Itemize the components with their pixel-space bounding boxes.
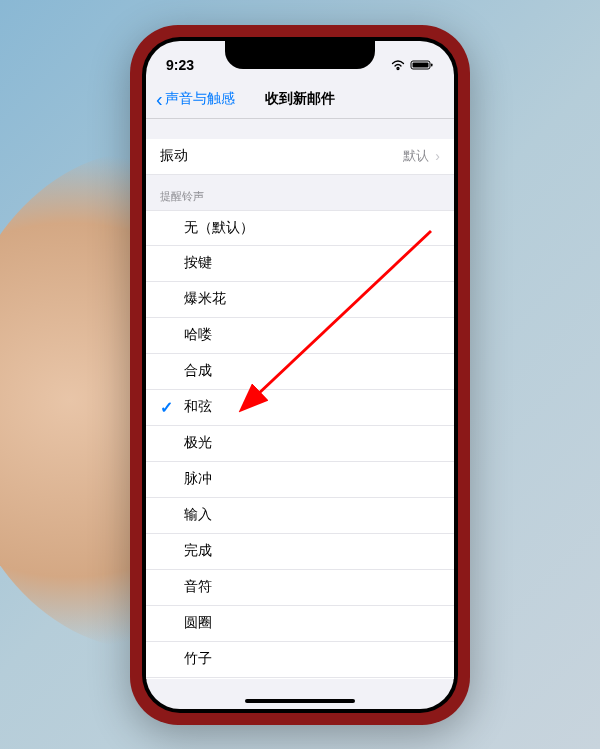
phone-frame: 9:23 ‹ 声音与触感 收到新邮件 (130, 25, 470, 725)
svg-rect-1 (413, 62, 429, 67)
sound-option[interactable]: 脉冲 (146, 462, 454, 498)
content-scroll[interactable]: 振动 默认 › 提醒铃声 无（默认）按键爆米花哈喽合成✓和弦极光脉冲输入完成音符… (146, 119, 454, 679)
checkmark-icon: ✓ (160, 398, 173, 417)
sound-option[interactable]: 圆圈 (146, 606, 454, 642)
sound-label: 完成 (184, 542, 212, 560)
sound-option[interactable]: 哈喽 (146, 318, 454, 354)
sound-label: 爆米花 (184, 290, 226, 308)
sound-label: 圆圈 (184, 614, 212, 632)
back-button[interactable]: ‹ 声音与触感 (156, 88, 235, 111)
sound-label: 竹子 (184, 650, 212, 668)
page-title: 收到新邮件 (265, 90, 335, 108)
svg-rect-2 (431, 63, 433, 66)
sound-option[interactable]: 爆米花 (146, 282, 454, 318)
chevron-left-icon: ‹ (156, 88, 163, 111)
sound-option[interactable]: 竹子 (146, 642, 454, 678)
sound-label: 极光 (184, 434, 212, 452)
sound-label: 无（默认） (184, 219, 254, 237)
sound-label: 和弦 (184, 398, 212, 416)
sound-label: 哈喽 (184, 326, 212, 344)
vibration-value: 默认 (403, 147, 429, 165)
home-indicator[interactable] (245, 699, 355, 703)
sound-label: 合成 (184, 362, 212, 380)
sound-label: 脉冲 (184, 470, 212, 488)
sound-list: 无（默认）按键爆米花哈喽合成✓和弦极光脉冲输入完成音符圆圈竹子经典 (146, 210, 454, 679)
sound-option[interactable]: 输入 (146, 498, 454, 534)
back-label: 声音与触感 (165, 90, 235, 108)
sound-option[interactable]: 音符 (146, 570, 454, 606)
sound-label: 按键 (184, 254, 212, 272)
nav-bar: ‹ 声音与触感 收到新邮件 (146, 81, 454, 119)
phone-screen: 9:23 ‹ 声音与触感 收到新邮件 (146, 41, 454, 709)
wifi-icon (390, 59, 406, 71)
sound-option[interactable]: ✓和弦 (146, 390, 454, 426)
sound-label: 输入 (184, 506, 212, 524)
sound-label: 音符 (184, 578, 212, 596)
sound-option[interactable]: 合成 (146, 354, 454, 390)
sound-option[interactable]: 极光 (146, 426, 454, 462)
sound-option[interactable]: 按键 (146, 246, 454, 282)
vibration-label: 振动 (160, 147, 403, 165)
status-time: 9:23 (166, 57, 194, 73)
notch (225, 41, 375, 69)
sound-option[interactable]: 无（默认） (146, 210, 454, 246)
battery-icon (410, 59, 434, 71)
sound-option[interactable]: 完成 (146, 534, 454, 570)
section-header-alert-tones: 提醒铃声 (146, 175, 454, 210)
sound-option[interactable]: 经典 (146, 678, 454, 679)
vibration-row[interactable]: 振动 默认 › (146, 139, 454, 175)
chevron-right-icon: › (435, 148, 440, 164)
